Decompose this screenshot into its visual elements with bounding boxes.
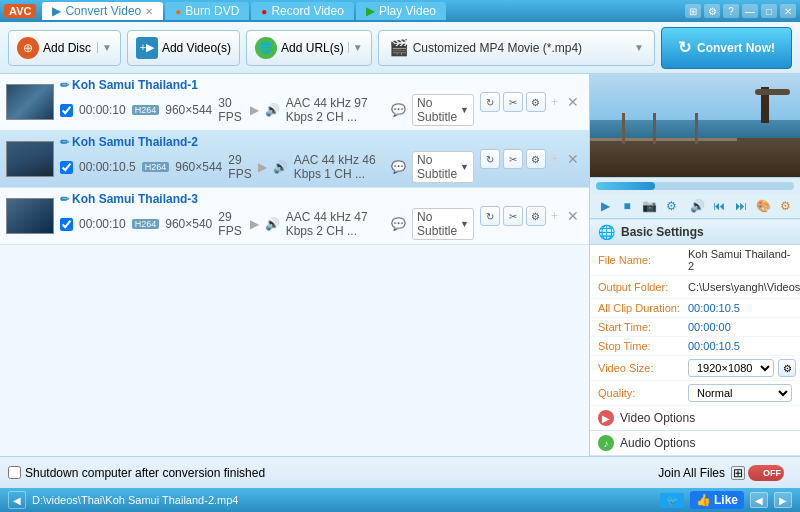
video-list: ✏ Koh Samui Thailand-1 00:00:10 H264 960… [0, 74, 590, 456]
size-select[interactable]: 1920×1080 [688, 359, 774, 377]
settings-btn-3[interactable]: ⚙ [526, 206, 546, 226]
extra-icon[interactable]: ⚙ [776, 197, 794, 215]
tab-play[interactable]: ▶ Play Video [356, 2, 446, 20]
folder-value: C:\Users\yangh\Videos... [688, 281, 800, 293]
format-label: Customized MP4 Movie (*.mp4) [413, 41, 630, 55]
quality-select[interactable]: Normal [688, 384, 792, 402]
join-toggle[interactable]: OFF [748, 465, 784, 481]
subtitle-arrow-2: ▼ [460, 162, 469, 172]
join-files-label: Join All Files [658, 466, 725, 480]
quality-label: Quality: [598, 387, 688, 399]
video-title-1: ✏ Koh Samui Thailand-1 [60, 78, 198, 92]
maximize-button[interactable]: □ [761, 4, 777, 18]
tab-convert[interactable]: ▶ Convert Video ✕ [42, 2, 163, 20]
video-item-2[interactable]: ✏ Koh Samui Thailand-2 00:00:10.5 H264 9… [0, 131, 589, 188]
convert-now-button[interactable]: ↻ Convert Now! [661, 27, 792, 69]
settings-btn-2[interactable]: ⚙ [526, 149, 546, 169]
status-nav-prev[interactable]: ◀ [8, 491, 26, 509]
add-video-label: Add Video(s) [162, 41, 231, 55]
video-checkbox-3[interactable] [60, 218, 73, 231]
nav-next-button[interactable]: ▶ [774, 492, 792, 508]
settings-button[interactable]: ⚙ [662, 197, 680, 215]
format-selector[interactable]: 🎬 Customized MP4 Movie (*.mp4) ▼ [378, 30, 655, 66]
twitter-button[interactable]: 🐦 [660, 493, 684, 508]
video-info-1: ✏ Koh Samui Thailand-1 00:00:10 H264 960… [60, 78, 474, 126]
close-btn-1[interactable]: ✕ [563, 92, 583, 112]
nav-prev-button[interactable]: ◀ [750, 492, 768, 508]
video-info-3: ✏ Koh Samui Thailand-3 00:00:10 H264 960… [60, 192, 474, 240]
format-dropdown-arrow[interactable]: ▼ [634, 42, 644, 53]
window-icon-2[interactable]: ⚙ [704, 4, 720, 18]
tab-burn[interactable]: ● Burn DVD [165, 2, 249, 20]
close-btn-3[interactable]: ✕ [563, 206, 583, 226]
vol-icon[interactable]: 🔊 [688, 197, 706, 215]
window-icon-1[interactable]: ⊞ [685, 4, 701, 18]
add-disc-arrow[interactable]: ▼ [97, 42, 112, 53]
codec-badge-1: H264 [132, 105, 160, 115]
window-icon-3[interactable]: ? [723, 4, 739, 18]
subtitle-1[interactable]: No Subtitle ▼ [412, 94, 474, 126]
size-label: Video Size: [598, 362, 688, 374]
join-toggle-group: ⊞ OFF [731, 465, 784, 481]
join-icon[interactable]: ⊞ [731, 466, 745, 480]
size-input: 1920×1080 ⚙ [688, 359, 796, 377]
size-settings-button[interactable]: ⚙ [778, 359, 796, 377]
duration-value: 00:00:10.5 [688, 302, 792, 314]
subtitle-3[interactable]: No Subtitle ▼ [412, 208, 474, 240]
settings-header: 🌐 Basic Settings [590, 220, 800, 245]
like-icon: 👍 [696, 493, 711, 507]
cut-btn-3[interactable]: ✂ [503, 206, 523, 226]
add-url-arrow[interactable]: ▼ [348, 42, 363, 53]
settings-btn-1[interactable]: ⚙ [526, 92, 546, 112]
refresh-btn-2[interactable]: ↻ [480, 149, 500, 169]
shutdown-checkbox[interactable] [8, 466, 21, 479]
stop-button[interactable]: ■ [618, 197, 636, 215]
cut-btn-2[interactable]: ✂ [503, 149, 523, 169]
video-item-3[interactable]: ✏ Koh Samui Thailand-3 00:00:10 H264 960… [0, 188, 589, 245]
stop-value: 00:00:10.5 [688, 340, 792, 352]
close-btn-2[interactable]: ✕ [563, 149, 583, 169]
refresh-btn-3[interactable]: ↻ [480, 206, 500, 226]
resolution-3: 960×540 [165, 217, 212, 231]
video-checkbox-1[interactable] [60, 104, 73, 117]
prev-frame[interactable]: ⏮ [710, 197, 728, 215]
film-icon: 🎬 [389, 38, 409, 57]
color-icon[interactable]: 🎨 [754, 197, 772, 215]
play-button[interactable]: ▶ [596, 197, 614, 215]
fps-1: 30 FPS [218, 96, 243, 124]
refresh-btn-1[interactable]: ↻ [480, 92, 500, 112]
minimize-button[interactable]: — [742, 4, 758, 18]
audio-options-section[interactable]: ♪ Audio Options [590, 431, 800, 456]
right-panel: ▶ ■ 📷 ⚙ 🔊 ⏮ ⏭ 🎨 ⚙ 🌐 Basic Settings File … [590, 74, 800, 456]
settings-quality-row: Quality: Normal [590, 381, 800, 406]
fps-3: 29 FPS [218, 210, 243, 238]
add-video-icon: +▶ [136, 37, 158, 59]
cut-btn-1[interactable]: ✂ [503, 92, 523, 112]
video-title-2: ✏ Koh Samui Thailand-2 [60, 135, 198, 149]
audio-options-icon: ♪ [598, 435, 614, 451]
like-label: Like [714, 493, 738, 507]
video-options-section[interactable]: ▶ Video Options [590, 406, 800, 431]
close-button[interactable]: ✕ [780, 4, 796, 18]
screenshot-button[interactable]: 📷 [640, 197, 658, 215]
sep-1: + [551, 95, 558, 109]
video-checkbox-2[interactable] [60, 161, 73, 174]
video-item-1[interactable]: ✏ Koh Samui Thailand-1 00:00:10 H264 960… [0, 74, 589, 131]
preview-scene [590, 74, 800, 177]
shutdown-label: Shutdown computer after conversion finis… [25, 466, 265, 480]
video-actions-2: ↻ ✂ ⚙ + ✕ [480, 149, 583, 169]
video-title-3: ✏ Koh Samui Thailand-3 [60, 192, 198, 206]
settings-duration-row: All Clip Duration: 00:00:10.5 [590, 299, 800, 318]
progress-fill [596, 182, 655, 190]
add-video-button[interactable]: +▶ Add Video(s) [127, 30, 240, 66]
subtitle-arrow-3: ▼ [460, 219, 469, 229]
add-url-button[interactable]: 🌐 Add URL(s) ▼ [246, 30, 372, 66]
facebook-button[interactable]: 👍 Like [690, 491, 744, 509]
next-frame[interactable]: ⏭ [732, 197, 750, 215]
resolution-1: 960×544 [165, 103, 212, 117]
title-bar: AVC ▶ Convert Video ✕ ● Burn DVD ● Recor… [0, 0, 800, 22]
subtitle-2[interactable]: No Subtitle ▼ [412, 151, 474, 183]
tab-record[interactable]: ● Record Video [251, 2, 354, 20]
add-disc-button[interactable]: ⊕ Add Disc ▼ [8, 30, 121, 66]
progress-track[interactable] [596, 182, 794, 190]
